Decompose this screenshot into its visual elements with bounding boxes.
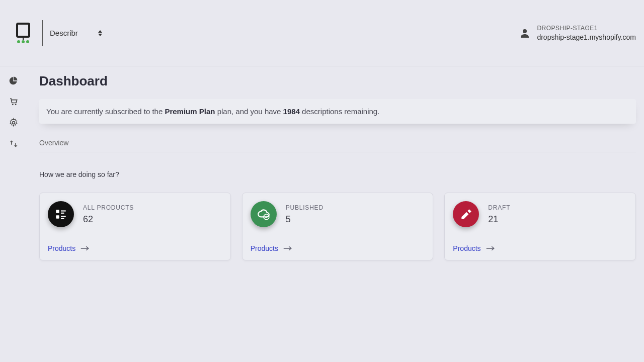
account-text: DROPSHIP-STAGE1 dropship-stage1.myshopif… bbox=[537, 25, 636, 41]
list-icon bbox=[54, 208, 67, 221]
card-draft: DRAFT 21 Products bbox=[444, 193, 636, 260]
banner-post: descriptions remaining. bbox=[300, 107, 379, 116]
svg-rect-9 bbox=[56, 210, 59, 213]
card-link-products[interactable]: Products bbox=[251, 244, 292, 252]
arrow-right-icon bbox=[283, 245, 292, 252]
svg-rect-10 bbox=[56, 215, 59, 219]
sidebar-item-sync[interactable] bbox=[9, 139, 19, 149]
banner-mid: plan, and you have bbox=[215, 107, 283, 116]
svg-rect-11 bbox=[61, 210, 66, 211]
gear-icon bbox=[9, 118, 19, 128]
svg-point-6 bbox=[12, 104, 14, 105]
svg-rect-14 bbox=[61, 218, 64, 219]
sidebar-item-dashboard[interactable] bbox=[9, 75, 19, 85]
account-info[interactable]: DROPSHIP-STAGE1 dropship-stage1.myshopif… bbox=[519, 25, 636, 41]
person-icon bbox=[519, 27, 531, 39]
app-select[interactable]: Describr bbox=[50, 29, 102, 37]
svg-point-2 bbox=[22, 40, 25, 43]
app-logo-icon bbox=[15, 23, 32, 44]
card-link-products[interactable]: Products bbox=[453, 244, 495, 252]
card-icon-wrap bbox=[48, 201, 74, 227]
banner-pre: You are currently subscribed to the bbox=[46, 107, 165, 116]
arrow-right-icon bbox=[486, 245, 495, 252]
pie-chart-icon bbox=[9, 75, 19, 85]
card-icon-wrap bbox=[251, 201, 277, 227]
banner-count: 1984 bbox=[283, 107, 300, 116]
card-link-label: Products bbox=[453, 244, 480, 252]
svg-point-5 bbox=[523, 29, 527, 33]
card-title: ALL PRODUCTS bbox=[83, 204, 134, 211]
app-select-label: Describr bbox=[50, 29, 78, 37]
svg-point-8 bbox=[13, 122, 15, 124]
swap-icon bbox=[9, 139, 19, 149]
card-icon-wrap bbox=[453, 201, 479, 227]
subscription-banner: You are currently subscribed to the Prem… bbox=[39, 99, 636, 124]
page-title: Dashboard bbox=[39, 73, 636, 89]
cart-icon bbox=[9, 97, 19, 107]
card-all-products: ALL PRODUCTS 62 Products bbox=[39, 193, 231, 260]
card-link-products[interactable]: Products bbox=[48, 244, 90, 252]
card-value: 5 bbox=[286, 214, 324, 225]
app-logo bbox=[8, 23, 38, 44]
card-title: DRAFT bbox=[488, 204, 510, 211]
account-name: DROPSHIP-STAGE1 bbox=[537, 25, 636, 32]
card-published: PUBLISHED 5 Products bbox=[242, 193, 434, 260]
svg-point-1 bbox=[17, 40, 20, 43]
svg-rect-13 bbox=[61, 216, 66, 217]
svg-point-7 bbox=[15, 104, 17, 105]
account-domain: dropship-stage1.myshopify.com bbox=[537, 33, 636, 41]
card-value: 21 bbox=[488, 214, 510, 225]
section-label: Overview bbox=[39, 139, 636, 152]
sidebar-item-settings[interactable] bbox=[9, 118, 19, 128]
header-divider bbox=[42, 20, 43, 46]
banner-plan: Premium Plan bbox=[165, 107, 215, 116]
select-arrows-icon bbox=[98, 30, 102, 36]
card-link-label: Products bbox=[48, 244, 75, 252]
card-value: 62 bbox=[83, 214, 134, 225]
svg-rect-0 bbox=[17, 24, 29, 37]
header: Describr DROPSHIP-STAGE1 dropship-stage1… bbox=[0, 0, 644, 66]
stats-cards: ALL PRODUCTS 62 Products bbox=[39, 193, 636, 260]
cloud-check-icon bbox=[257, 208, 270, 221]
svg-rect-12 bbox=[61, 213, 64, 214]
sub-label: How we are doing so far? bbox=[39, 170, 636, 178]
edit-icon bbox=[459, 208, 472, 221]
sidebar bbox=[0, 66, 27, 260]
sidebar-item-products[interactable] bbox=[9, 97, 19, 107]
card-link-label: Products bbox=[251, 244, 278, 252]
main-content: Dashboard You are currently subscribed t… bbox=[27, 66, 644, 260]
arrow-right-icon bbox=[80, 245, 90, 252]
card-title: PUBLISHED bbox=[286, 204, 324, 211]
svg-point-3 bbox=[26, 40, 29, 43]
